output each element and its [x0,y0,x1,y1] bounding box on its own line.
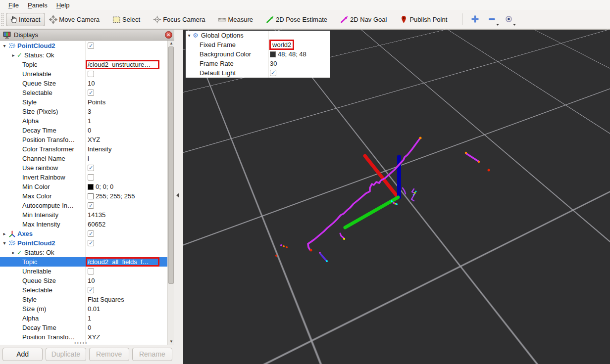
tool-2d-pose-estimate[interactable]: 2D Pose Estimate [266,15,327,24]
property-value[interactable]: Flat Squares [88,296,124,303]
tree-row-alpha[interactable]: Alpha1 [0,116,167,126]
color-swatch[interactable] [88,184,94,190]
property-value[interactable]: /cloud2_unstructure… [88,61,151,68]
expand-arrow-icon[interactable]: ▸ [11,250,16,255]
panel-splitter[interactable] [174,30,183,364]
property-value[interactable]: /cloud2_all_fields_f… [88,258,149,266]
color-swatch[interactable] [270,51,276,57]
tree-row-size-pixels-[interactable]: Size (Pixels)3 [0,107,167,116]
display-row-axes[interactable]: ▸Axes✓ [0,229,167,238]
tree-row-style[interactable]: StyleFlat Squares [0,295,167,304]
dropdown-arrow-icon[interactable] [496,24,499,26]
tool-2d-nav-goal[interactable]: 2D Nav Goal [340,15,387,24]
tree-row-autocompute-in-[interactable]: Autocompute In…✓ [0,201,167,210]
tool-focus-camera[interactable]: Focus Camera [153,15,205,24]
checkbox[interactable]: ✓ [88,240,94,246]
property-value[interactable]: 0; 0; 0 [96,183,113,190]
tree-row-min-intensity[interactable]: Min Intensity14135 [0,210,167,220]
tree-row-status-ok[interactable]: ▸✓Status: Ok [0,50,167,60]
menu-help[interactable]: Help [52,1,74,9]
collapse-arrow-icon[interactable]: ▾ [2,43,7,48]
property-value[interactable]: Points [88,98,105,106]
tree-row-topic[interactable]: Topic/cloud2_unstructure… [0,60,167,69]
global-options-header[interactable]: ▾⚙Global Options [186,31,330,40]
option-row-background-color[interactable]: Background Color48; 48; 48 [186,49,330,59]
option-value[interactable]: 30 [270,60,277,67]
property-value[interactable]: XYZ [88,333,100,341]
property-value[interactable]: 255; 255; 255 [96,192,135,200]
tree-row-queue-size[interactable]: Queue Size10 [0,79,167,88]
collapse-left-icon[interactable] [176,193,179,198]
property-value[interactable]: Intensity [88,343,111,344]
tree-row-queue-size[interactable]: Queue Size10 [0,276,167,285]
checkbox[interactable] [88,174,94,181]
property-value[interactable]: 10 [88,277,95,284]
checkbox[interactable]: ✓ [88,90,94,96]
property-value[interactable]: XYZ [88,136,100,143]
checkbox[interactable]: ✓ [88,287,94,293]
checkbox[interactable]: ✓ [270,70,276,76]
tree-row-style[interactable]: StylePoints [0,97,167,107]
panel-resize-handle[interactable]: ••••• [74,340,88,345]
tool-interact[interactable]: Interact [6,13,45,26]
scroll-down-icon[interactable]: ▼ [168,339,174,345]
collapse-arrow-icon[interactable]: ▾ [2,240,7,246]
tree-row-alpha[interactable]: Alpha1 [0,314,167,323]
checkbox[interactable] [88,71,94,77]
tree-row-selectable[interactable]: Selectable✓ [0,285,167,295]
tree-row-color-transformer[interactable]: Color TransformerIntensity [0,144,167,154]
tool-move-camera[interactable]: Move Camera [49,15,100,24]
checkbox[interactable]: ✓ [88,230,94,237]
property-value[interactable]: 1 [88,117,91,125]
option-value[interactable]: world2 [272,41,291,48]
checkbox[interactable] [88,268,94,274]
property-value[interactable]: i [88,155,89,162]
property-value[interactable]: Intensity [88,145,111,153]
property-value[interactable]: 1 [88,315,91,322]
close-icon[interactable]: ✕ [165,31,172,39]
property-value[interactable]: 10 [88,80,95,87]
menu-file[interactable]: File [4,1,23,9]
option-row-frame-rate[interactable]: Frame Rate30 [186,59,330,68]
tool-select[interactable]: Select [112,15,140,24]
tree-row-channel-name[interactable]: Channel Namei [0,154,167,163]
checkbox[interactable]: ✓ [88,165,94,171]
tree-row-position-transfo-[interactable]: Position Transfo…XYZ [0,135,167,144]
property-value[interactable]: 3 [88,108,91,115]
expand-arrow-icon[interactable]: ▸ [2,231,7,236]
expand-arrow-icon[interactable]: ▸ [11,52,16,58]
tree-row-decay-time[interactable]: Decay Time0 [0,323,167,332]
scrollbar-thumb[interactable] [168,46,174,284]
tree-row-size-m-[interactable]: Size (m)0.01 [0,304,167,314]
checkbox[interactable]: ✓ [88,43,94,49]
collapse-arrow-icon[interactable]: ▾ [187,33,192,38]
remove-tool-button[interactable] [486,13,498,26]
tree-scrollbar[interactable]: ▲ ▼ [167,41,174,345]
tree-row-max-color[interactable]: Max Color255; 255; 255 [0,191,167,201]
property-value[interactable]: 0.01 [88,305,100,313]
color-swatch[interactable] [88,193,94,199]
tool-props-button[interactable] [503,13,515,26]
option-row-default-light[interactable]: Default Light✓ [186,68,330,78]
tree-row-use-rainbow[interactable]: Use rainbow✓ [0,163,167,173]
tree-row-max-intensity[interactable]: Max Intensity60652 [0,220,167,229]
option-row-fixed-frame[interactable]: Fixed Frameworld2 [186,40,330,49]
checkbox[interactable]: ✓ [88,202,94,209]
toolbar-drag-handle[interactable] [1,13,4,26]
3d-viewport[interactable]: ▾⚙Global OptionsFixed Frameworld2Backgro… [183,30,610,364]
tree-row-invert-rainbow[interactable]: Invert Rainbow [0,173,167,182]
menu-panels[interactable]: Panels [23,1,52,9]
option-value[interactable]: 48; 48; 48 [278,50,306,58]
scroll-up-icon[interactable]: ▲ [168,41,174,46]
dropdown-arrow-icon[interactable] [513,24,516,26]
display-row-pointcloud2[interactable]: ▾PointCloud2✓ [0,238,167,248]
add-button[interactable]: Add [2,348,43,361]
add-tool-button[interactable] [469,13,481,26]
tree-row-status-ok[interactable]: ▸✓Status: Ok [0,248,167,257]
property-value[interactable]: 0 [88,127,91,134]
tool-publish-point[interactable]: Publish Point [400,15,447,24]
property-value[interactable]: 60652 [88,221,105,228]
display-row-pointcloud2[interactable]: ▾PointCloud2✓ [0,41,167,50]
tree-row-unreliable[interactable]: Unreliable [0,69,167,79]
tree-row-selectable[interactable]: Selectable✓ [0,88,167,97]
